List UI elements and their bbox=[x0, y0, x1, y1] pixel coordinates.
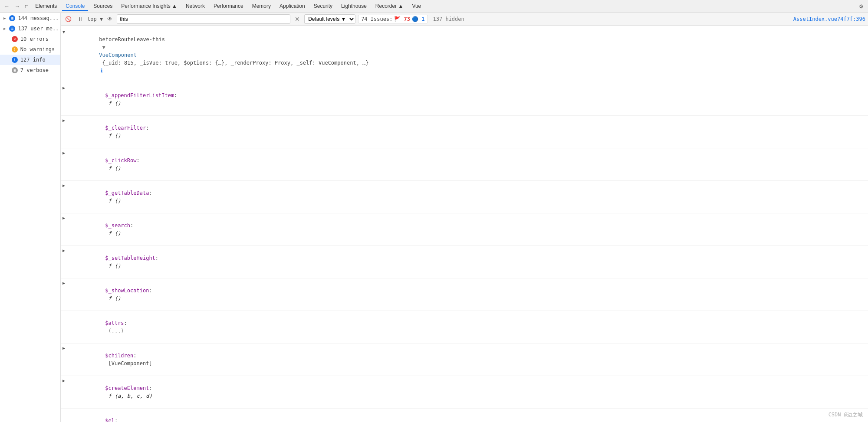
expand-arrow-errors bbox=[3, 37, 8, 41]
watermark: CSDN @边之城 bbox=[829, 411, 863, 419]
prop-row-5[interactable]: ▶ $_setTableHeight: f () bbox=[61, 246, 868, 278]
prop-expand-5[interactable]: ▶ bbox=[61, 246, 67, 254]
entry-label: beforeRouteLeave-this bbox=[99, 36, 165, 43]
context-label: top ▼ bbox=[87, 16, 103, 22]
console-output: ▼ beforeRouteLeave-this ▼ VueComponent {… bbox=[61, 26, 868, 422]
tab-security[interactable]: Security bbox=[310, 2, 336, 11]
prop-expand-2[interactable]: ▶ bbox=[61, 149, 67, 156]
tab-sources[interactable]: Sources bbox=[90, 2, 116, 11]
nav-forward-btn[interactable]: → bbox=[13, 3, 22, 10]
all-icon: ≡ bbox=[9, 15, 15, 21]
prop-row-7[interactable]: $attrs: (...) bbox=[61, 311, 868, 343]
entry-arrow: ▼ bbox=[99, 44, 108, 50]
prop-content-0: $_appendFilterListItem: f () bbox=[67, 84, 866, 115]
hidden-count: 137 hidden bbox=[433, 16, 464, 22]
prop-row-0[interactable]: ▶ $_appendFilterListItem: f () bbox=[61, 83, 868, 116]
pause-btn[interactable]: ⏸ bbox=[76, 15, 85, 23]
prop-row-10[interactable]: $el: div.h-100.v-card.v-sheet.theme--lig… bbox=[61, 409, 868, 422]
prop-row-6[interactable]: ▶ $_showLocation: f () bbox=[61, 278, 868, 311]
prop-content-4: $_search: f () bbox=[67, 214, 866, 245]
sidebar-label-warnings: No warnings bbox=[20, 46, 55, 52]
prop-expand-9[interactable]: ▶ bbox=[61, 376, 67, 384]
warning-icon: ! bbox=[12, 46, 18, 52]
top-toolbar: ← → □ Elements Console Sources Performan… bbox=[0, 0, 868, 13]
tab-performance[interactable]: Performance bbox=[210, 2, 247, 11]
prop-expand-0[interactable]: ▶ bbox=[61, 84, 67, 91]
file-link[interactable]: AssetIndex.vue?4f7f:396 bbox=[793, 16, 865, 22]
expand-arrow-info bbox=[3, 58, 8, 62]
info-icon-circle: i bbox=[12, 57, 18, 63]
tab-lighthouse[interactable]: Lighthouse bbox=[338, 2, 370, 11]
issues-red: 🚩 73 bbox=[394, 16, 410, 22]
prop-content-6: $_showLocation: f () bbox=[67, 279, 866, 310]
sidebar-label-info: 127 info bbox=[20, 57, 46, 63]
main-layout: ▶ ≡ 144 messag... ▶ ≡ 137 user me... ✕ 1… bbox=[0, 13, 868, 422]
prop-expand-7 bbox=[61, 311, 67, 318]
entry-preview: {_uid: 815, _isVue: true, $options: {…},… bbox=[99, 60, 368, 66]
clear-console-btn[interactable]: 🚫 bbox=[63, 15, 73, 23]
prop-content-2: $_clickRow: f () bbox=[67, 149, 866, 180]
clear-filter-btn[interactable]: ✕ bbox=[293, 16, 302, 23]
user-icon: ≡ bbox=[9, 26, 15, 32]
prop-expand-4[interactable]: ▶ bbox=[61, 214, 67, 221]
tab-application[interactable]: Application bbox=[276, 2, 309, 11]
entry-class: VueComponent bbox=[99, 52, 137, 58]
prop-content-5: $_setTableHeight: f () bbox=[67, 246, 866, 278]
tab-memory[interactable]: Memory bbox=[249, 2, 274, 11]
prop-content-9: $createElement: f (a, b, c, d) bbox=[67, 376, 866, 408]
issues-badge: 74 Issues: 🚩 73 🔵 1 bbox=[358, 15, 427, 23]
tab-performance-insights[interactable]: Performance Insights ▲ bbox=[118, 2, 181, 11]
main-entry-expand[interactable]: ▼ bbox=[61, 28, 67, 35]
expand-arrow-user: ▶ bbox=[3, 26, 6, 31]
prop-row-1[interactable]: ▶ $_clearFilter: f () bbox=[61, 116, 868, 148]
entry-info-icon[interactable]: ℹ bbox=[101, 68, 103, 74]
level-select[interactable]: Default levels ▼ bbox=[304, 14, 355, 24]
sidebar-item-verbose[interactable]: ≡ 7 verbose bbox=[0, 65, 60, 75]
expand-arrow-all: ▶ bbox=[3, 16, 6, 20]
console-sidebar: ▶ ≡ 144 messag... ▶ ≡ 137 user me... ✕ 1… bbox=[0, 13, 61, 422]
prop-row-8[interactable]: ▶ $children: [VueComponent] bbox=[61, 343, 868, 376]
prop-row-4[interactable]: ▶ $_search: f () bbox=[61, 213, 868, 246]
prop-expand-8[interactable]: ▶ bbox=[61, 344, 67, 351]
tab-recorder[interactable]: Recorder ▲ bbox=[372, 2, 407, 11]
eye-btn[interactable]: 👁 bbox=[105, 15, 114, 23]
dock-btn[interactable]: □ bbox=[23, 3, 30, 10]
prop-expand-6[interactable]: ▶ bbox=[61, 279, 67, 286]
prop-row-3[interactable]: ▶ $_getTableData: f () bbox=[61, 181, 868, 213]
expand-arrow-verbose bbox=[3, 68, 8, 72]
tab-elements[interactable]: Elements bbox=[32, 2, 60, 11]
sidebar-item-errors[interactable]: ✕ 10 errors bbox=[0, 34, 60, 44]
prop-expand-10 bbox=[61, 409, 67, 416]
sidebar-item-user[interactable]: ▶ ≡ 137 user me... bbox=[0, 23, 60, 34]
main-entry-content: beforeRouteLeave-this ▼ VueComponent {_u… bbox=[67, 28, 866, 82]
sidebar-label-verbose: 7 verbose bbox=[20, 67, 49, 73]
issues-label: 74 Issues: bbox=[361, 16, 392, 22]
prop-content-8: $children: [VueComponent] bbox=[67, 344, 866, 375]
prop-row-2[interactable]: ▶ $_clickRow: f () bbox=[61, 148, 868, 181]
sidebar-label-errors: 10 errors bbox=[20, 36, 49, 42]
prop-content-7: $attrs: (...) bbox=[67, 311, 866, 343]
sidebar-item-warnings[interactable]: ! No warnings bbox=[0, 44, 60, 55]
tab-console[interactable]: Console bbox=[62, 2, 88, 11]
prop-expand-3[interactable]: ▶ bbox=[61, 181, 67, 189]
tab-network[interactable]: Network bbox=[182, 2, 208, 11]
console-toolbar: 🚫 ⏸ top ▼ 👁 ✕ Default levels ▼ 74 Issues… bbox=[61, 13, 868, 26]
prop-content-10: $el: div.h-100.v-card.v-sheet.theme--lig… bbox=[67, 409, 866, 422]
sidebar-label-all: 144 messag... bbox=[18, 15, 59, 21]
prop-content-1: $_clearFilter: f () bbox=[67, 116, 866, 147]
filter-input[interactable] bbox=[117, 14, 290, 24]
main-entry[interactable]: ▼ beforeRouteLeave-this ▼ VueComponent {… bbox=[61, 27, 868, 83]
prop-row-9[interactable]: ▶ $createElement: f (a, b, c, d) bbox=[61, 376, 868, 409]
sidebar-label-user: 137 user me... bbox=[18, 26, 61, 32]
prop-content-3: $_getTableData: f () bbox=[67, 181, 866, 213]
tab-vue[interactable]: Vue bbox=[408, 2, 424, 11]
sidebar-item-all[interactable]: ▶ ≡ 144 messag... bbox=[0, 13, 60, 23]
expand-arrow-warnings bbox=[3, 47, 8, 52]
nav-back-btn[interactable]: ← bbox=[3, 3, 11, 10]
prop-expand-1[interactable]: ▶ bbox=[61, 116, 67, 124]
sidebar-item-info[interactable]: i 127 info bbox=[0, 55, 60, 65]
content-area: 🚫 ⏸ top ▼ 👁 ✕ Default levels ▼ 74 Issues… bbox=[61, 13, 868, 422]
settings-btn[interactable]: ⚙ bbox=[857, 3, 865, 10]
issues-blue: 🔵 1 bbox=[412, 16, 424, 22]
error-icon: ✕ bbox=[12, 36, 18, 42]
